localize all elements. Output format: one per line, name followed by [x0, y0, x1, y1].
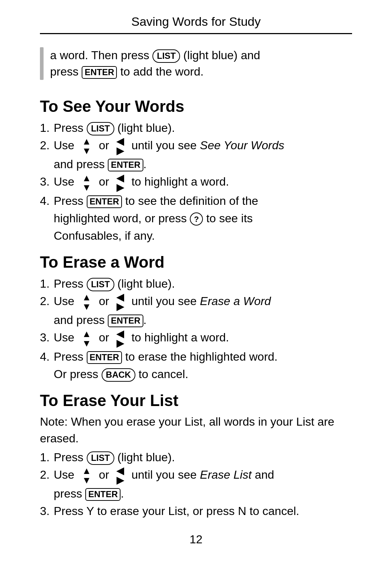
list-num: 3.: [40, 502, 52, 520]
arrow-down-char: ▼: [82, 183, 91, 192]
list-item: 1. Press LIST (light blue).: [40, 119, 352, 137]
list-num: 2.: [40, 137, 52, 154]
arrow-down-char: ▼: [82, 302, 91, 311]
list-num: 4.: [40, 348, 52, 365]
list-button: LIST: [87, 451, 114, 465]
list-button: LIST: [87, 278, 114, 291]
menu-item-erase-list: Erase List: [200, 468, 252, 481]
title-rule: [40, 33, 352, 34]
enter-button: ENTER: [87, 195, 122, 208]
arrow-left-char: ◀: [117, 173, 124, 183]
menu-item-erase-word: Erase a Word: [200, 295, 271, 308]
arrow-up-char: ▲: [82, 292, 91, 302]
list-item: 3. Press Y to erase your List, or press …: [40, 502, 352, 520]
intro-block: a word. Then press LIST (light blue) and…: [40, 47, 352, 80]
list-button: LIST: [87, 122, 114, 135]
list-item: 4. Press ENTER to see the definition of …: [40, 192, 352, 244]
arrow-up-down-icon: ▲ ▼: [82, 329, 91, 348]
back-button: BACK: [102, 368, 135, 382]
list-content: Press LIST (light blue).: [54, 275, 352, 292]
arrow-right-char: ▶: [117, 475, 124, 485]
arrow-down-char: ▼: [82, 338, 91, 348]
enter-button: ENTER: [87, 351, 122, 364]
section-heading-see-words: To See Your Words: [40, 97, 352, 115]
question-button: ?: [190, 212, 203, 226]
section-body-erase-list: 1. Press LIST (light blue). 2. Use ▲ ▼ o…: [40, 449, 352, 520]
arrow-left-right-icon: ◀ ▶: [117, 466, 124, 485]
arrow-left-right-icon: ◀ ▶: [117, 137, 124, 155]
arrow-left-char: ◀: [117, 329, 124, 338]
section-heading-erase-word: To Erase a Word: [40, 253, 352, 271]
arrow-up-down-icon: ▲ ▼: [82, 466, 91, 485]
list-content: Use ▲ ▼ or ◀ ▶ until you see Erase List …: [54, 466, 352, 503]
arrow-left-right-icon: ◀ ▶: [117, 173, 124, 192]
list-key-intro: LIST: [152, 49, 183, 62]
arrow-right-char: ▶: [117, 338, 124, 348]
list-content: Use ▲ ▼ or ◀ ▶ until you see See Your Wo…: [54, 137, 352, 173]
list-content: Use ▲ ▼ or ◀ ▶ to highlight a word.: [54, 329, 352, 348]
list-num: 1.: [40, 119, 52, 137]
list-content: Or press BACK to cancel.: [54, 365, 352, 383]
list-num: 3.: [40, 329, 52, 346]
section-body-erase-word: 1. Press LIST (light blue). 2. Use ▲ ▼ o…: [40, 275, 352, 383]
arrow-up-char: ▲: [82, 137, 91, 146]
list-button-intro: LIST: [152, 49, 180, 63]
page-number: 12: [40, 533, 352, 546]
list-num: 2.: [40, 466, 52, 483]
list-content: Press LIST (light blue).: [54, 119, 352, 137]
arrow-left-char: ◀: [117, 292, 124, 302]
arrow-left-right-icon: ◀ ▶: [117, 292, 124, 311]
arrow-up-char: ▲: [82, 173, 91, 183]
enter-button: ENTER: [85, 488, 121, 501]
list-item: 1. Press LIST (light blue).: [40, 449, 352, 466]
enter-button: ENTER: [108, 315, 143, 327]
arrow-up-char: ▲: [82, 329, 91, 338]
enter-button-intro: ENTER: [82, 66, 117, 79]
arrow-up-down-icon: ▲ ▼: [82, 173, 91, 192]
list-num: 1.: [40, 449, 52, 466]
section-body-see-words: 1. Press LIST (light blue). 2. Use ▲ ▼ o…: [40, 119, 352, 244]
list-item: 1. Press LIST (light blue).: [40, 275, 352, 292]
list-num: 3.: [40, 173, 52, 190]
list-content: Use ▲ ▼ or ◀ ▶ until you see Erase a Wor…: [54, 292, 352, 329]
list-num: 2.: [40, 292, 52, 310]
list-item: 3. Use ▲ ▼ or ◀ ▶ to highlight a word.: [40, 173, 352, 192]
arrow-right-char: ▶: [117, 146, 124, 155]
page-title: Saving Words for Study: [40, 15, 352, 29]
enter-button: ENTER: [108, 159, 143, 171]
arrow-left-right-icon: ◀ ▶: [117, 329, 124, 348]
list-item: 2. Use ▲ ▼ or ◀ ▶ until you see See Your…: [40, 137, 352, 173]
list-content: Press ENTER to see the definition of the…: [54, 192, 352, 244]
menu-item-see-your-words: See Your Words: [200, 139, 284, 152]
list-content: Use ▲ ▼ or ◀ ▶ to highlight a word.: [54, 173, 352, 192]
list-content: Press LIST (light blue).: [54, 449, 352, 466]
arrow-right-char: ▶: [117, 302, 124, 311]
section-heading-erase-list: To Erase Your List: [40, 392, 352, 410]
arrow-down-char: ▼: [82, 146, 91, 155]
list-num: 1.: [40, 275, 52, 292]
list-num: 4.: [40, 192, 52, 210]
list-content: Press Y to erase your List, or press N t…: [54, 502, 352, 520]
erase-list-note: Note: When you erase your List, all word…: [40, 413, 352, 447]
list-item: 2. Use ▲ ▼ or ◀ ▶ until you see Erase a …: [40, 292, 352, 329]
list-content: Press ENTER to erase the highlighted wor…: [54, 348, 352, 365]
list-item-or-back: Or press BACK to cancel.: [40, 365, 352, 383]
arrow-up-char: ▲: [82, 466, 91, 475]
arrow-left-char: ◀: [117, 137, 124, 146]
arrow-left-char: ◀: [117, 466, 124, 475]
intro-text: a word. Then press LIST (light blue) and…: [50, 47, 260, 80]
list-item: 3. Use ▲ ▼ or ◀ ▶ to highlight a word.: [40, 329, 352, 348]
side-bar-decoration: [40, 47, 44, 80]
arrow-up-down-icon: ▲ ▼: [82, 137, 91, 155]
arrow-right-char: ▶: [117, 183, 124, 192]
page-container: Saving Words for Study a word. Then pres…: [33, 0, 359, 568]
arrow-down-char: ▼: [82, 475, 91, 485]
list-item: 4. Press ENTER to erase the highlighted …: [40, 348, 352, 365]
list-item: 2. Use ▲ ▼ or ◀ ▶ until you see Erase Li…: [40, 466, 352, 503]
arrow-up-down-icon: ▲ ▼: [82, 292, 91, 311]
